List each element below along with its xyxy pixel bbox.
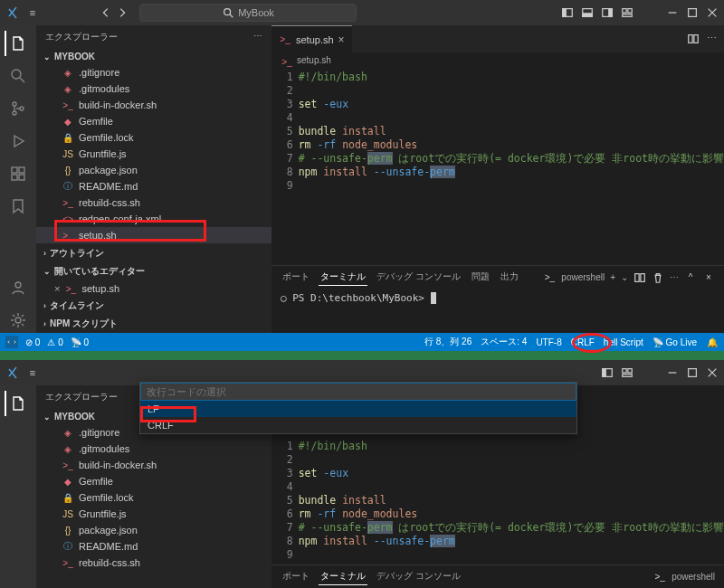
file-item-active[interactable]: >_setup.sh <box>36 227 272 243</box>
terminal-name[interactable]: powershell <box>672 572 715 582</box>
chevron-down-icon[interactable]: ⌄ <box>621 272 628 282</box>
explorer-icon[interactable] <box>5 31 30 56</box>
bookmark-icon[interactable] <box>5 194 31 219</box>
panel-tab-output[interactable]: 出力 <box>499 269 520 286</box>
extensions-icon[interactable] <box>5 161 31 186</box>
layout-custom-icon[interactable] <box>621 6 634 19</box>
picker-option-lf[interactable]: LF <box>140 401 576 417</box>
open-editor-item[interactable]: ×>_setup.sh <box>36 280 272 297</box>
account-icon[interactable] <box>5 275 31 300</box>
file-item[interactable]: ◈.gitignore <box>36 64 272 81</box>
npm-section[interactable]: ›NPM スクリプト <box>36 315 272 333</box>
file-item[interactable]: ◈.gitmodules <box>36 81 272 97</box>
code-editor[interactable]: 123456789 #!/bin/bash set -eux bundle in… <box>272 71 724 265</box>
explorer-icon[interactable] <box>5 391 30 416</box>
status-spaces[interactable]: スペース: 4 <box>481 336 527 348</box>
close-tab-icon[interactable]: × <box>338 33 345 46</box>
status-port[interactable]: 📡 0 <box>71 337 89 347</box>
sidebar: エクスプローラー ⋯ ⌄MYBOOK ◈.gitignore ◈.gitmodu… <box>36 25 272 333</box>
layout-left-icon[interactable] <box>561 6 574 19</box>
panel-tab-debug[interactable]: デバッグ コンソール <box>375 269 462 286</box>
json-icon: {} <box>62 164 74 176</box>
panel-tab-terminal[interactable]: ターミナル <box>319 269 367 286</box>
close-icon[interactable] <box>706 366 719 379</box>
svg-rect-21 <box>689 35 692 43</box>
add-terminal-icon[interactable]: + <box>610 272 615 282</box>
remote-icon[interactable] <box>5 336 18 348</box>
file-item[interactable]: ◈.gitmodules <box>36 441 272 457</box>
more-icon[interactable]: ⋯ <box>707 33 717 45</box>
search-tab-icon[interactable] <box>5 63 31 89</box>
split-terminal-icon[interactable] <box>634 271 646 284</box>
picker-input[interactable] <box>140 383 576 401</box>
explorer-title: エクスプローラー <box>45 31 118 43</box>
code-editor[interactable]: 123456789 #!/bin/bash set -eux bundle in… <box>272 440 724 564</box>
breadcrumb[interactable]: >_ setup.sh <box>272 52 724 71</box>
timeline-section[interactable]: ›タイムライン <box>36 297 272 315</box>
status-golive[interactable]: 📡 Go Live <box>653 337 697 347</box>
status-language[interactable]: hell Script <box>604 337 643 347</box>
file-item[interactable]: JSGruntfile.js <box>36 506 272 522</box>
minimize-icon[interactable] <box>666 6 679 19</box>
file-item[interactable]: <>redpen-conf-ja.xml <box>36 211 272 227</box>
terminal-name[interactable]: powershell <box>561 272 605 282</box>
panel-tab-terminal[interactable]: ターミナル <box>319 568 367 585</box>
bell-icon[interactable]: 🔔 <box>706 336 719 348</box>
close-icon[interactable] <box>706 6 719 19</box>
search-text: MyBook <box>238 7 274 18</box>
close-panel-icon[interactable]: × <box>702 271 715 284</box>
maximize-icon[interactable] <box>686 366 699 379</box>
status-errors[interactable]: ⊘ 0 <box>25 337 40 347</box>
editor-tab[interactable]: >_ setup.sh × <box>272 25 352 52</box>
status-warnings[interactable]: ⚠ 0 <box>47 337 62 347</box>
terminal[interactable]: ○ PS D:\techbook\MyBook> <box>272 289 724 308</box>
hamburger-icon[interactable]: ≡ <box>24 364 42 382</box>
panel-tab-ports[interactable]: ポート <box>281 568 311 585</box>
maximize-panel-icon[interactable]: ^ <box>684 271 697 284</box>
file-item[interactable]: >_rebuild-css.sh <box>36 194 272 211</box>
nav-back-icon[interactable] <box>100 6 112 19</box>
nav-forward-icon[interactable] <box>116 6 129 19</box>
minimize-icon[interactable] <box>666 366 679 379</box>
file-item[interactable]: ⓘREADME.md <box>36 178 272 194</box>
file-item[interactable]: {}package.json <box>36 522 272 538</box>
layout-left-icon[interactable] <box>601 366 614 379</box>
split-icon[interactable] <box>687 33 700 45</box>
maximize-icon[interactable] <box>686 6 699 19</box>
settings-icon[interactable] <box>5 308 31 333</box>
file-item[interactable]: JSGruntfile.js <box>36 146 272 162</box>
trash-icon[interactable] <box>652 271 664 284</box>
file-item[interactable]: 🔒Gemfile.lock <box>36 129 272 146</box>
layout-bottom-icon[interactable] <box>581 6 594 19</box>
layout-custom-icon[interactable] <box>621 366 634 379</box>
file-item[interactable]: {}package.json <box>36 162 272 178</box>
panel-tab-debug[interactable]: デバッグ コンソール <box>375 568 462 585</box>
file-item[interactable]: >_rebuild-css.sh <box>36 555 272 571</box>
debug-icon[interactable] <box>5 128 31 154</box>
picker-option-crlf[interactable]: CRLF <box>140 417 576 433</box>
file-item[interactable]: ◆Gemfile <box>36 113 272 129</box>
status-eol[interactable]: CRLF <box>571 337 595 347</box>
js-icon: JS <box>62 507 74 520</box>
more-icon[interactable]: ⋯ <box>670 272 679 282</box>
file-item[interactable]: 🔒Gemfile.lock <box>36 489 272 506</box>
command-center[interactable]: MyBook <box>139 4 357 22</box>
svg-point-11 <box>12 70 21 79</box>
file-item[interactable]: >_build-in-docker.sh <box>36 457 272 473</box>
file-item[interactable]: ◆Gemfile <box>36 473 272 489</box>
status-encoding[interactable]: UTF-8 <box>536 337 561 347</box>
scm-icon[interactable] <box>5 96 31 121</box>
layout-right-icon[interactable] <box>601 6 614 19</box>
panel-tab-ports[interactable]: ポート <box>281 269 311 286</box>
hamburger-icon[interactable]: ≡ <box>24 4 42 22</box>
file-item[interactable]: ⓘREADME.md <box>36 538 272 555</box>
status-cursor[interactable]: 行 8、列 26 <box>424 336 472 348</box>
open-editors-section[interactable]: ⌄開いているエディター <box>36 262 272 280</box>
panel-tab-problems[interactable]: 問題 <box>470 269 491 286</box>
svg-rect-29 <box>623 375 633 377</box>
file-item[interactable]: >_build-in-docker.sh <box>36 97 272 113</box>
outline-section[interactable]: ›アウトライン <box>36 244 272 262</box>
vscode-icon <box>5 365 20 380</box>
more-icon[interactable]: ⋯ <box>253 31 262 43</box>
project-header[interactable]: ⌄MYBOOK <box>36 49 272 64</box>
